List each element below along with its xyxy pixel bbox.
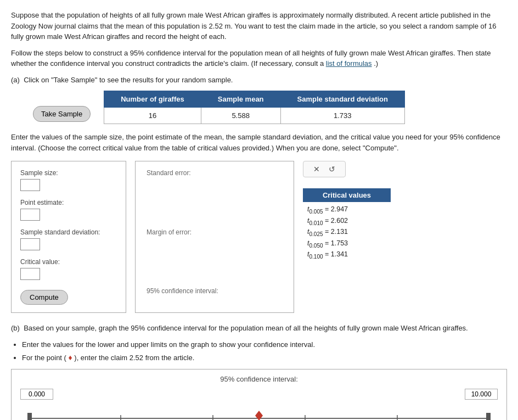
intro-paragraph1: Suppose that the population of heights o…: [11, 10, 507, 42]
intro-p2-part2: .): [372, 59, 379, 68]
intro-p2-part1: Follow the steps below to construct a 95…: [11, 49, 491, 68]
right-panel-col: ✕ ↺ Critical values t0.005 = 2.947 t0.01…: [303, 161, 391, 313]
col-header-giraffes: Number of giraffes: [104, 91, 201, 108]
margin-of-error-row: Margin of error:: [147, 228, 283, 236]
output-panel: Standard error: Margin of error: 95% con…: [135, 161, 294, 313]
critical-values-panel: Critical values t0.005 = 2.947 t0.010 = …: [303, 188, 391, 261]
col-header-mean: Sample mean: [201, 91, 280, 108]
form-section: Sample size: Point estimate: Sample stan…: [11, 161, 507, 313]
confidence-interval-row: 95% confidence interval:: [147, 287, 283, 295]
control-buttons: ✕ ↺: [303, 161, 346, 177]
cell-giraffes: 16: [104, 108, 201, 124]
part-b-instruction: Based on your sample, graph the 95% conf…: [24, 324, 468, 332]
critical-row-005: t0.050 = 1.753: [303, 238, 391, 250]
ci-graph-inputs: [20, 389, 498, 400]
sample-size-label: Sample size:: [20, 169, 117, 177]
graph-svg-area: 5.000: [20, 401, 498, 420]
cell-std: 1.733: [280, 108, 404, 124]
critical-value-input[interactable]: [20, 268, 40, 280]
ci-lower-input[interactable]: [20, 389, 53, 400]
sample-std-label: Sample standard deviation:: [20, 228, 117, 236]
part-b-section: (b) Based on your sample, graph the 95% …: [11, 323, 507, 420]
sample-std-input[interactable]: [20, 238, 40, 250]
ci-graph-svg: 5.000: [20, 401, 498, 420]
part-a-header: (a) Click on "Take Sample" to see the re…: [11, 75, 507, 86]
undo-button[interactable]: ↺: [326, 165, 337, 173]
point-estimate-group: Point estimate:: [20, 199, 117, 221]
sample-size-group: Sample size:: [20, 169, 117, 191]
close-button[interactable]: ✕: [311, 165, 322, 173]
part-b-header: (b) Based on your sample, graph the 95% …: [11, 323, 507, 334]
take-sample-button[interactable]: Take Sample: [33, 106, 91, 122]
sample-size-input[interactable]: [20, 179, 40, 191]
standard-error-label: Standard error:: [147, 169, 229, 177]
point-estimate-input[interactable]: [20, 209, 40, 221]
point-estimate-label: Point estimate:: [20, 199, 117, 206]
standard-error-row: Standard error:: [147, 169, 283, 177]
critical-row-01: t0.100 = 1.341: [303, 249, 391, 261]
critical-row-001: t0.010 = 2.602: [303, 216, 391, 227]
bullet-2: For the point ( ♦ ), enter the claim 2.5…: [22, 352, 507, 363]
ci-upper-input[interactable]: [465, 389, 498, 400]
intro-paragraph2: Follow the steps below to construct a 95…: [11, 48, 507, 69]
compute-button[interactable]: Compute: [20, 290, 68, 305]
col-header-std: Sample standard deviation: [280, 91, 404, 108]
confidence-interval-label: 95% confidence interval:: [147, 287, 229, 295]
critical-row-0025: t0.025 = 2.131: [303, 227, 391, 238]
ci-graph-container: 95% confidence interval:: [11, 369, 507, 420]
ci-graph-title: 95% confidence interval:: [20, 375, 498, 383]
margin-of-error-label: Margin of error:: [147, 228, 229, 236]
formulas-link[interactable]: list of formulas: [326, 59, 372, 68]
input-panel: Sample size: Point estimate: Sample stan…: [11, 161, 126, 313]
cell-mean: 5.588: [201, 108, 280, 124]
right-slider-handle[interactable]: [486, 413, 491, 420]
sample-std-group: Sample standard deviation:: [20, 228, 117, 250]
part-b-label: (b): [11, 324, 20, 332]
sample-table-container: Take Sample Number of giraffes Sample me…: [33, 91, 507, 124]
critical-row-0005: t0.005 = 2.947: [303, 204, 391, 216]
critical-values-title: Critical values: [303, 188, 391, 202]
part-b-bullets: Enter the values for the lower and upper…: [22, 339, 507, 364]
part-a-instruction: Click on "Take Sample" to see the result…: [24, 76, 233, 84]
enter-values-text: Enter the values of the sample size, the…: [11, 132, 507, 153]
sample-data-table: Number of giraffes Sample mean Sample st…: [104, 91, 405, 124]
bullet-1: Enter the values for the lower and upper…: [22, 339, 507, 350]
left-slider-handle[interactable]: [27, 413, 32, 420]
critical-value-label: Critical value:: [20, 258, 117, 266]
critical-value-group: Critical value:: [20, 258, 117, 280]
table-row: 16 5.588 1.733: [104, 108, 405, 124]
